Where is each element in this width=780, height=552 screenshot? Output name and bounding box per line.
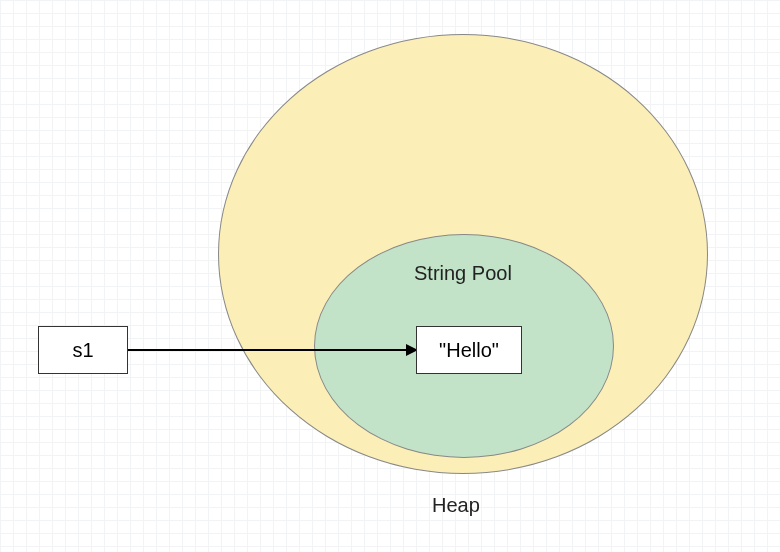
diagram-canvas: s1 "Hello" String Pool Heap <box>0 0 780 552</box>
reference-arrow <box>128 349 416 351</box>
variable-label: s1 <box>72 340 93 360</box>
string-value-box: "Hello" <box>416 326 522 374</box>
string-value-label: "Hello" <box>439 340 499 360</box>
heap-label: Heap <box>432 494 480 517</box>
variable-box-s1: s1 <box>38 326 128 374</box>
string-pool-label: String Pool <box>414 262 512 285</box>
